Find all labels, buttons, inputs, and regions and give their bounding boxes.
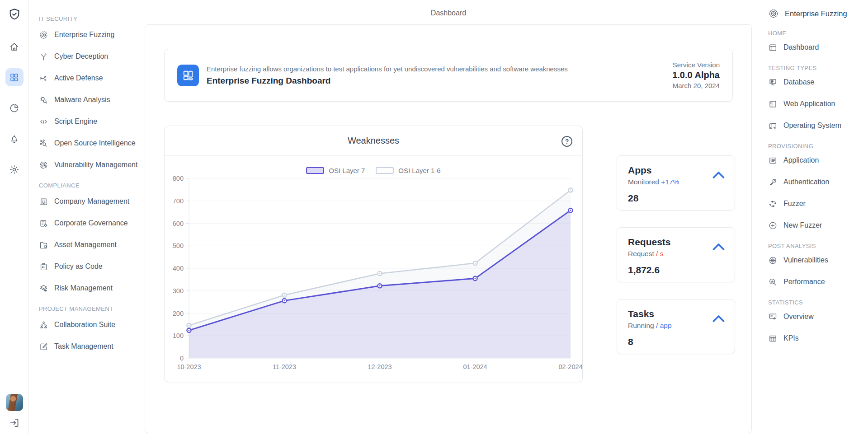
- stat-value: 8: [628, 337, 725, 347]
- plus-circle-icon: [768, 221, 778, 230]
- svg-text:01-2024: 01-2024: [463, 363, 487, 370]
- version-date: March 20, 2024: [672, 82, 720, 89]
- sidebar-item-company-management[interactable]: Company Management: [39, 191, 139, 212]
- sidebar-item-label: Company Management: [54, 197, 129, 206]
- rightnav-item-database[interactable]: Database: [768, 71, 864, 93]
- rightnav-item-label: Dashboard: [783, 43, 819, 51]
- question-mark-icon[interactable]: ?: [561, 136, 572, 147]
- section-title: TESTING TYPES: [768, 65, 864, 71]
- weaknesses-chart-card: Weaknesses ? OSI Layer 7 OSI Layer 1-6: [164, 126, 583, 382]
- sidebar-item-enterprise-fuzzing[interactable]: Enterprise Fuzzing: [39, 24, 139, 46]
- sidebar-item-label: Risk Management: [54, 284, 113, 292]
- sidebar-item-cyber-deception[interactable]: Cyber Deception: [39, 46, 139, 67]
- apps-card: Apps Monitored +17% 28: [617, 155, 735, 210]
- rightnav-item-operating-system[interactable]: Operating System: [768, 115, 864, 136]
- sidebar-item-policy-as-code[interactable]: Policy as Code: [39, 256, 139, 277]
- svg-text:800: 800: [173, 175, 184, 182]
- rightnav-item-dashboard[interactable]: Dashboard: [768, 37, 864, 58]
- rightnav-item-application[interactable]: Application: [768, 150, 864, 171]
- rail-settings-button[interactable]: [5, 160, 24, 178]
- content-panel: Enterprise fuzzing allows organizations …: [145, 24, 752, 433]
- branch-icon: [39, 52, 48, 61]
- rail-dashboard-button[interactable]: [5, 68, 24, 86]
- section-title: STATISTICS: [768, 299, 864, 306]
- bug-magnifier-icon: [39, 95, 48, 105]
- sidebar-item-label: Asset Management: [54, 241, 117, 249]
- section-project-management: PROJECT MANAGEMENT Collaboration Suite T…: [39, 305, 139, 357]
- stat-value: 28: [628, 193, 725, 204]
- legend-swatch-indigo: [306, 167, 324, 174]
- sidebar-item-vulnerability-management[interactable]: Vulnerability Management: [39, 154, 139, 176]
- sidebar-item-label: Vulnerability Management: [54, 161, 137, 169]
- rightnav-item-label: New Fuzzer: [783, 221, 822, 229]
- chevron-up-icon: [712, 171, 725, 179]
- icon-rail: [0, 0, 29, 435]
- loop-icon: [768, 199, 778, 209]
- app-logo[interactable]: [5, 5, 24, 23]
- logout-button[interactable]: [9, 417, 20, 430]
- legend-item-osi-layer-7[interactable]: OSI Layer 7: [306, 167, 365, 174]
- legend-label: OSI Layer 7: [329, 167, 365, 174]
- rightnav-item-label: Fuzzer: [783, 200, 806, 208]
- section-compliance: COMPLIANCE Company Management Corporate …: [39, 182, 139, 299]
- chevron-up-icon: [712, 243, 725, 251]
- rail-notifications-button[interactable]: [5, 130, 24, 148]
- sidebar-item-open-source-intelligence[interactable]: Open Source Intelligence: [39, 132, 139, 154]
- sidebar-item-active-defense[interactable]: Active Defense: [39, 67, 139, 89]
- sidebar-item-script-engine[interactable]: Script Engine: [39, 111, 139, 132]
- rightnav-item-label: Application: [783, 156, 819, 164]
- sidebar-item-corporate-governance[interactable]: Corporate Governance: [39, 212, 139, 234]
- rightnav-item-vulnerabilities[interactable]: Vulnerabilities: [768, 249, 864, 271]
- rail-reports-button[interactable]: [5, 99, 24, 117]
- banner-title: Enterprise Fuzzing Dashboard: [207, 76, 672, 86]
- collapse-tasks-button[interactable]: [712, 315, 725, 324]
- stat-subtitle: Monitored +17%: [628, 178, 725, 186]
- sidebar-item-task-management[interactable]: Task Management: [39, 336, 139, 357]
- collapse-requests-button[interactable]: [712, 243, 725, 252]
- edit-square-icon: [39, 342, 48, 351]
- clipboard-arrow-icon: [39, 262, 48, 271]
- tasks-card: Tasks Running / app 8: [617, 299, 735, 354]
- rightnav-item-performance[interactable]: Performance: [768, 271, 864, 293]
- section-statistics: STATISTICS Overview KPIs: [768, 299, 864, 349]
- rail-home-button[interactable]: [5, 37, 24, 56]
- window-icon: [768, 43, 778, 52]
- section-home: HOME Dashboard: [768, 30, 864, 58]
- sidebar-item-label: Corporate Governance: [54, 219, 128, 227]
- people-icon: [39, 320, 48, 330]
- rightnav-item-kpis[interactable]: KPIs: [768, 327, 864, 349]
- user-avatar[interactable]: [6, 394, 23, 411]
- right-sidebar: Enterprise Fuzzing HOME Dashboard TESTIN…: [753, 0, 868, 435]
- legend-item-osi-layer-1-6[interactable]: OSI Layer 1-6: [376, 167, 440, 174]
- rightnav-item-web-application[interactable]: Web Application: [768, 93, 864, 115]
- sidebar-item-collaboration-suite[interactable]: Collaboration Suite: [39, 314, 139, 336]
- rightnav-item-fuzzer[interactable]: Fuzzer: [768, 193, 864, 215]
- requests-card: Requests Request / s 1,872.6: [617, 227, 735, 282]
- svg-text:12-2023: 12-2023: [368, 363, 392, 370]
- banner-text: Enterprise fuzzing allows organizations …: [207, 65, 672, 86]
- sidebar-item-label: Active Defense: [54, 74, 103, 82]
- sidebar-item-risk-management[interactable]: Risk Management: [39, 277, 139, 299]
- rightnav-item-authentication[interactable]: Authentication: [768, 171, 864, 193]
- presentation-icon: [768, 312, 778, 322]
- sidebar-item-malware-analysis[interactable]: Malware Analysis: [39, 89, 139, 111]
- svg-text:200: 200: [173, 310, 184, 317]
- sidebar-item-label: Policy as Code: [54, 262, 103, 271]
- version-label: Service Version: [672, 61, 720, 69]
- devices-icon: [768, 121, 778, 131]
- section-testing-types: TESTING TYPES Database Web Application: [768, 65, 864, 136]
- gear-icon: [9, 164, 19, 175]
- rightnav-item-new-fuzzer[interactable]: New Fuzzer: [768, 215, 864, 236]
- chart-title: Weaknesses: [348, 136, 399, 146]
- svg-text:11-2023: 11-2023: [273, 363, 296, 370]
- table-icon: [768, 334, 778, 343]
- sidebar-item-asset-management[interactable]: Asset Management: [39, 234, 139, 256]
- left-sidebar: IT SECURITY Enterprise Fuzzing Cyber Dec…: [29, 0, 144, 435]
- rightnav-item-overview[interactable]: Overview: [768, 306, 864, 327]
- collapse-apps-button[interactable]: [712, 171, 725, 180]
- main-content: Dashboard Enterprise fuzzing allows orga…: [144, 0, 753, 435]
- chart-header: Weaknesses ?: [165, 126, 582, 156]
- stat-subtitle-text: Running: [628, 322, 654, 329]
- sidebar-item-label: Task Management: [54, 342, 113, 351]
- version-value: 1.0.0 Alpha: [672, 70, 720, 80]
